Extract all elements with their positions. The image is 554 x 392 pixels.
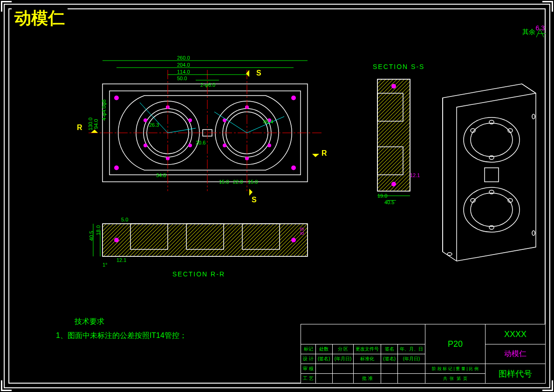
title-block: P20 XXXX 标记 处数 分 区 更改文件号 签名 年、月、日 动模仁 设 … [301,324,546,384]
dim-15-2: 15.0 [248,179,258,185]
surface-finish: 其余 6.3 [522,28,535,36]
dim-180: 18.0 [96,225,101,235]
top-view [75,51,335,200]
tb-drawingno: 图样代号 [486,364,546,384]
svg-point-13 [188,144,192,147]
tb-partname: 动模仁 [486,344,546,364]
svg-point-16 [223,118,226,122]
notes-heading: 技术要求 [75,317,104,327]
svg-point-67 [532,231,535,235]
dim-405: 40.5 [384,199,394,205]
dim-4x4: 4-φ4.0φ8 [101,99,107,120]
dim-2x66: 2-φ6.0 [200,82,215,88]
svg-line-30 [168,128,196,133]
dim-204: 204.0 [177,62,190,68]
svg-rect-37 [103,224,308,256]
dim-34: 34.0 [156,172,166,178]
dim-130: 130.0 [88,117,93,131]
svg-point-51 [391,182,396,186]
dim-50: 50.0 [177,76,187,81]
svg-point-18 [223,144,226,147]
dim-22: 22.0 [233,179,243,185]
section-rr-view [75,214,335,270]
tb-company: XXXX [486,324,546,344]
dim-12: 12.1 [116,257,126,263]
dim-5: 5.0 [121,217,128,222]
svg-point-21 [291,96,296,100]
svg-point-57 [471,193,513,227]
svg-point-65 [489,226,494,229]
svg-point-22 [114,165,119,170]
svg-point-55 [471,123,513,157]
section-rr-label: SECTION R-R [172,270,225,278]
dim-263: 26.3 [149,122,159,128]
svg-point-50 [391,84,396,89]
svg-point-12 [144,144,147,147]
svg-point-23 [291,165,296,170]
dim-260: 260.0 [177,55,190,61]
dim-206: 20.6 [196,140,205,145]
dim-114: 114.0 [177,69,190,75]
isometric-view [429,70,545,266]
drawing-title: 动模仁 [12,7,68,30]
dim-405b: 40.5 [89,231,94,241]
dim-864: 86.4 [263,119,273,124]
surface-value: 6.3 [536,24,545,32]
svg-point-20 [114,96,119,100]
section-ss-label: SECTION S-S [373,63,424,70]
surface-label: 其余 [522,28,535,35]
notes-line1: 1、图面中未标注的公差按照IT14管控； [56,331,187,341]
svg-point-43 [291,238,296,242]
svg-point-10 [144,118,147,122]
section-letter-s2: S [252,196,257,204]
section-letter-s1: S [256,69,261,77]
dim-1deg: 1° [103,262,108,268]
dim-15-1: 15.0 [219,179,229,185]
svg-point-68 [447,253,452,255]
svg-point-62 [489,190,494,194]
section-letter-r2: R [321,149,327,158]
section-letter-r1: R [77,124,82,132]
tb-material: P20 [425,324,486,364]
svg-rect-46 [377,79,410,191]
svg-point-11 [188,118,192,122]
dim-8: 8.0 [299,227,305,234]
dim-121: 12.1 [410,172,420,178]
dim-94: 94.0 [93,119,99,129]
svg-point-58 [489,120,494,124]
dim-19: 19.0 [377,193,387,199]
svg-point-66 [532,114,535,119]
svg-point-19 [267,144,271,147]
svg-point-42 [114,238,119,242]
section-ss-view [368,75,424,205]
svg-point-61 [489,156,494,159]
